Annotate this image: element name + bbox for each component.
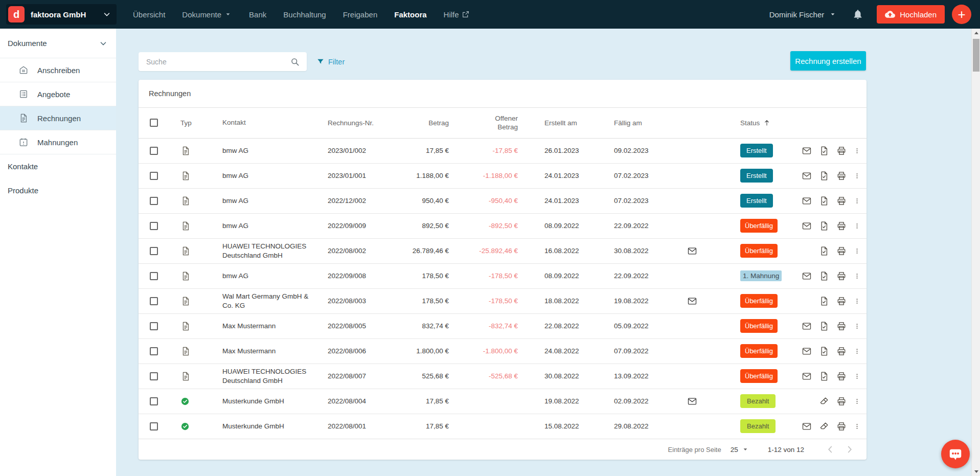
row-checkbox[interactable] <box>150 372 158 380</box>
kebab-menu-action-button[interactable] <box>854 146 860 156</box>
invoice-row[interactable]: Musterkunde GmbH2022/08/00117,85 €15.08.… <box>139 414 867 439</box>
invoice-row[interactable]: bmw AG2022/12/002950,40 €-950,40 €24.01.… <box>139 188 867 213</box>
row-checkbox[interactable] <box>150 222 158 230</box>
col-faellig-am[interactable]: Fällig am <box>595 108 667 138</box>
row-checkbox[interactable] <box>150 172 158 180</box>
add-button[interactable]: + <box>952 5 971 24</box>
kebab-menu-action-button[interactable] <box>854 171 860 181</box>
invoice-row[interactable]: HUAWEI TECHNOLOGIES Deutschland GmbH2022… <box>139 238 867 263</box>
invoice-row[interactable]: Max Mustermann2022/08/005832,74 €-832,74… <box>139 313 867 338</box>
doc-check-action-button[interactable] <box>819 246 829 256</box>
doc-check-action-button[interactable] <box>819 371 829 381</box>
print-action-button[interactable] <box>836 271 847 281</box>
nav-item-freigaben[interactable]: Freigaben <box>343 10 378 19</box>
col-status[interactable]: Status <box>740 119 771 127</box>
per-page-select[interactable]: 25 <box>731 445 749 454</box>
print-action-button[interactable] <box>836 246 847 256</box>
print-action-button[interactable] <box>836 171 847 181</box>
nav-item-hilfe[interactable]: Hilfe <box>444 10 470 19</box>
print-action-button[interactable] <box>836 296 847 306</box>
mail-action-button[interactable] <box>802 371 812 381</box>
print-action-button[interactable] <box>836 321 847 331</box>
col-erstellt-am[interactable]: Erstellt am <box>522 108 595 138</box>
doc-check-action-button[interactable] <box>819 146 829 156</box>
doc-check-action-button[interactable] <box>819 271 829 281</box>
row-checkbox[interactable] <box>150 247 158 255</box>
row-checkbox[interactable] <box>150 197 158 205</box>
mail-action-button[interactable] <box>802 346 812 356</box>
scrollbar-thumb[interactable] <box>973 39 979 72</box>
mail-action-button[interactable] <box>802 421 812 432</box>
invoice-row[interactable]: Musterkunde GmbH2022/08/00417,85 €19.08.… <box>139 389 867 414</box>
select-all-checkbox[interactable] <box>150 119 158 127</box>
doc-check-action-button[interactable] <box>819 321 829 331</box>
print-action-button[interactable] <box>836 196 847 206</box>
kebab-menu-action-button[interactable] <box>854 271 860 281</box>
kebab-menu-action-button[interactable] <box>854 371 860 381</box>
col-rechnungs-nr[interactable]: Rechnungs-Nr. <box>325 108 392 138</box>
sidebar-item-rechnungen[interactable]: Rechnungen <box>0 106 116 130</box>
nav-item-uebersicht[interactable]: Übersicht <box>133 10 165 19</box>
sidebar-item-angebote[interactable]: Angebote <box>0 82 116 106</box>
row-checkbox[interactable] <box>150 322 158 330</box>
sidebar-section-dokumente[interactable]: Dokumente <box>0 29 116 58</box>
nav-item-buchhaltung[interactable]: Buchhaltung <box>283 10 326 19</box>
next-page-button[interactable] <box>843 443 856 456</box>
row-checkbox[interactable] <box>150 422 158 430</box>
row-checkbox[interactable] <box>150 147 158 155</box>
invoice-row[interactable]: HUAWEI TECHNOLOGIES Deutschland GmbH2022… <box>139 364 867 389</box>
search-input[interactable] <box>139 58 290 66</box>
eraser-action-button[interactable] <box>819 421 829 432</box>
invoice-row[interactable]: bmw AG2022/09/008178,50 €-178,50 €08.09.… <box>139 263 867 288</box>
chat-widget-button[interactable] <box>941 440 970 468</box>
invoice-row[interactable]: bmw AG2023/01/0011.188,00 €-1.188,00 €24… <box>139 163 867 188</box>
kebab-menu-action-button[interactable] <box>854 346 860 356</box>
print-action-button[interactable] <box>836 396 847 406</box>
nav-item-faktoora[interactable]: Faktoora <box>394 10 426 19</box>
mail-action-button[interactable] <box>802 171 812 181</box>
company-selector[interactable]: d faktoora GmbH <box>6 4 117 25</box>
mail-action-button[interactable] <box>802 321 812 331</box>
col-betrag[interactable]: Betrag <box>392 108 453 138</box>
doc-check-action-button[interactable] <box>819 196 829 206</box>
mail-action-button[interactable] <box>802 221 812 231</box>
print-action-button[interactable] <box>836 146 847 156</box>
kebab-menu-action-button[interactable] <box>854 421 860 432</box>
row-checkbox[interactable] <box>150 347 158 355</box>
kebab-menu-action-button[interactable] <box>854 296 860 306</box>
invoice-row[interactable]: bmw AG2023/01/00217,85 €-17,85 €26.01.20… <box>139 138 867 163</box>
kebab-menu-action-button[interactable] <box>854 321 860 331</box>
print-action-button[interactable] <box>836 221 847 231</box>
mail-action-button[interactable] <box>802 271 812 281</box>
invoice-row[interactable]: Max Mustermann2022/08/0061.800,00 €-1.80… <box>139 338 867 364</box>
print-action-button[interactable] <box>836 371 847 381</box>
print-action-button[interactable] <box>836 346 847 356</box>
notifications-button[interactable] <box>852 9 863 20</box>
mail-action-button[interactable] <box>802 196 812 206</box>
kebab-menu-action-button[interactable] <box>854 396 860 406</box>
col-kontakt[interactable]: Kontakt <box>215 108 325 138</box>
invoice-row[interactable]: bmw AG2022/09/009892,50 €-892,50 €08.09.… <box>139 213 867 238</box>
mail-action-button[interactable] <box>802 146 812 156</box>
scroll-down-button[interactable] <box>972 467 980 476</box>
doc-check-action-button[interactable] <box>819 346 829 356</box>
kebab-menu-action-button[interactable] <box>854 196 860 206</box>
col-typ[interactable]: Typ <box>169 108 215 138</box>
kebab-menu-action-button[interactable] <box>854 221 860 231</box>
row-checkbox[interactable] <box>150 397 158 405</box>
doc-check-action-button[interactable] <box>819 171 829 181</box>
col-offener-betrag[interactable]: Offener Betrag <box>485 114 518 131</box>
filter-button[interactable]: Filter <box>316 52 345 71</box>
user-menu[interactable]: Dominik Fischer <box>769 10 837 19</box>
upload-button[interactable]: Hochladen <box>877 5 945 24</box>
sidebar-item-produkte[interactable]: Produkte <box>0 178 116 202</box>
create-invoice-button[interactable]: Rechnung erstellen <box>790 51 866 71</box>
doc-check-action-button[interactable] <box>819 296 829 306</box>
nav-item-bank[interactable]: Bank <box>249 10 266 19</box>
sidebar-item-mahnungen[interactable]: Mahnungen <box>0 130 116 154</box>
print-action-button[interactable] <box>836 421 847 432</box>
kebab-menu-action-button[interactable] <box>854 246 860 256</box>
row-checkbox[interactable] <box>150 272 158 280</box>
scroll-up-button[interactable] <box>972 29 980 37</box>
row-checkbox[interactable] <box>150 297 158 305</box>
